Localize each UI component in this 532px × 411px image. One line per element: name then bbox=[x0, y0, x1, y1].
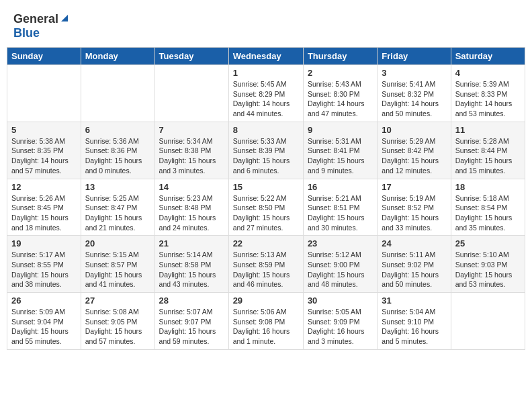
day-header-friday: Friday bbox=[378, 48, 451, 65]
header: General Blue bbox=[7, 7, 525, 44]
calendar-cell: 21Sunrise: 5:14 AM Sunset: 8:58 PM Dayli… bbox=[154, 236, 228, 293]
calendar-cell: 20Sunrise: 5:15 AM Sunset: 8:57 PM Dayli… bbox=[81, 236, 154, 293]
calendar-cell: 12Sunrise: 5:26 AM Sunset: 8:45 PM Dayli… bbox=[7, 179, 81, 236]
day-number: 22 bbox=[233, 238, 299, 248]
day-info: Sunrise: 5:08 AM Sunset: 9:05 PM Dayligh… bbox=[85, 307, 150, 347]
day-info: Sunrise: 5:21 AM Sunset: 8:51 PM Dayligh… bbox=[308, 193, 373, 233]
day-number: 11 bbox=[455, 125, 521, 135]
day-info: Sunrise: 5:13 AM Sunset: 8:59 PM Dayligh… bbox=[233, 250, 299, 289]
calendar-cell: 8Sunrise: 5:33 AM Sunset: 8:39 PM Daylig… bbox=[228, 122, 303, 179]
calendar-cell: 2Sunrise: 5:43 AM Sunset: 8:30 PM Daylig… bbox=[303, 65, 377, 122]
calendar-cell: 24Sunrise: 5:11 AM Sunset: 9:02 PM Dayli… bbox=[378, 236, 451, 293]
day-info: Sunrise: 5:14 AM Sunset: 8:58 PM Dayligh… bbox=[159, 250, 224, 289]
calendar-cell: 26Sunrise: 5:09 AM Sunset: 9:04 PM Dayli… bbox=[7, 293, 81, 350]
day-info: Sunrise: 5:19 AM Sunset: 8:52 PM Dayligh… bbox=[382, 193, 446, 233]
calendar-cell: 6Sunrise: 5:36 AM Sunset: 8:36 PM Daylig… bbox=[81, 122, 154, 179]
day-info: Sunrise: 5:34 AM Sunset: 8:38 PM Dayligh… bbox=[159, 136, 224, 176]
day-info: Sunrise: 5:23 AM Sunset: 8:48 PM Dayligh… bbox=[159, 193, 224, 233]
day-info: Sunrise: 5:25 AM Sunset: 8:47 PM Dayligh… bbox=[85, 193, 150, 233]
logo-blue: Blue bbox=[13, 26, 40, 40]
day-header-wednesday: Wednesday bbox=[228, 48, 303, 65]
day-info: Sunrise: 5:36 AM Sunset: 8:36 PM Dayligh… bbox=[85, 136, 150, 176]
day-number: 12 bbox=[11, 182, 77, 192]
day-number: 2 bbox=[308, 68, 373, 78]
day-number: 8 bbox=[233, 125, 299, 135]
calendar-cell: 13Sunrise: 5:25 AM Sunset: 8:47 PM Dayli… bbox=[81, 179, 154, 236]
calendar-cell: 10Sunrise: 5:29 AM Sunset: 8:42 PM Dayli… bbox=[378, 122, 451, 179]
calendar-week-5: 26Sunrise: 5:09 AM Sunset: 9:04 PM Dayli… bbox=[7, 293, 525, 350]
day-number: 9 bbox=[308, 125, 373, 135]
day-info: Sunrise: 5:29 AM Sunset: 8:42 PM Dayligh… bbox=[382, 136, 446, 176]
day-info: Sunrise: 5:41 AM Sunset: 8:32 PM Dayligh… bbox=[382, 79, 446, 119]
day-number: 3 bbox=[382, 68, 446, 78]
calendar-cell: 3Sunrise: 5:41 AM Sunset: 8:32 PM Daylig… bbox=[378, 65, 451, 122]
day-number: 30 bbox=[308, 295, 373, 306]
day-number: 31 bbox=[382, 295, 446, 306]
calendar-table: SundayMondayTuesdayWednesdayThursdayFrid… bbox=[7, 47, 525, 350]
day-info: Sunrise: 5:15 AM Sunset: 8:57 PM Dayligh… bbox=[85, 250, 150, 289]
calendar-week-2: 5Sunrise: 5:38 AM Sunset: 8:35 PM Daylig… bbox=[7, 122, 525, 179]
calendar-week-4: 19Sunrise: 5:17 AM Sunset: 8:55 PM Dayli… bbox=[7, 236, 525, 293]
calendar-cell: 1Sunrise: 5:45 AM Sunset: 8:29 PM Daylig… bbox=[228, 65, 303, 122]
day-header-sunday: Sunday bbox=[7, 48, 81, 65]
day-info: Sunrise: 5:38 AM Sunset: 8:35 PM Dayligh… bbox=[11, 136, 77, 176]
day-number: 7 bbox=[159, 125, 224, 135]
calendar-cell bbox=[7, 65, 81, 122]
day-info: Sunrise: 5:33 AM Sunset: 8:39 PM Dayligh… bbox=[233, 136, 299, 176]
day-number: 27 bbox=[85, 295, 150, 306]
calendar-cell: 30Sunrise: 5:05 AM Sunset: 9:09 PM Dayli… bbox=[303, 293, 377, 350]
logo: General Blue bbox=[13, 12, 69, 40]
day-info: Sunrise: 5:31 AM Sunset: 8:41 PM Dayligh… bbox=[308, 136, 373, 176]
day-header-saturday: Saturday bbox=[451, 48, 525, 65]
calendar-cell: 23Sunrise: 5:12 AM Sunset: 9:00 PM Dayli… bbox=[303, 236, 377, 293]
day-number: 20 bbox=[85, 238, 150, 248]
logo-triangle-icon bbox=[60, 13, 69, 26]
calendar-cell: 31Sunrise: 5:04 AM Sunset: 9:10 PM Dayli… bbox=[378, 293, 451, 350]
day-info: Sunrise: 5:09 AM Sunset: 9:04 PM Dayligh… bbox=[11, 307, 77, 347]
calendar-week-3: 12Sunrise: 5:26 AM Sunset: 8:45 PM Dayli… bbox=[7, 179, 525, 236]
day-info: Sunrise: 5:12 AM Sunset: 9:00 PM Dayligh… bbox=[308, 250, 373, 289]
day-number: 6 bbox=[85, 125, 150, 135]
day-number: 29 bbox=[233, 295, 299, 306]
day-number: 26 bbox=[11, 295, 77, 306]
calendar-cell bbox=[81, 65, 154, 122]
calendar-cell: 14Sunrise: 5:23 AM Sunset: 8:48 PM Dayli… bbox=[154, 179, 228, 236]
day-number: 14 bbox=[159, 182, 224, 192]
calendar-cell: 9Sunrise: 5:31 AM Sunset: 8:41 PM Daylig… bbox=[303, 122, 377, 179]
calendar-cell: 22Sunrise: 5:13 AM Sunset: 8:59 PM Dayli… bbox=[228, 236, 303, 293]
day-info: Sunrise: 5:39 AM Sunset: 8:33 PM Dayligh… bbox=[455, 79, 521, 119]
day-number: 21 bbox=[159, 238, 224, 248]
day-info: Sunrise: 5:06 AM Sunset: 9:08 PM Dayligh… bbox=[233, 307, 299, 347]
calendar-week-1: 1Sunrise: 5:45 AM Sunset: 8:29 PM Daylig… bbox=[7, 65, 525, 122]
day-header-tuesday: Tuesday bbox=[154, 48, 228, 65]
day-header-monday: Monday bbox=[81, 48, 154, 65]
day-info: Sunrise: 5:05 AM Sunset: 9:09 PM Dayligh… bbox=[308, 307, 373, 347]
calendar-cell: 25Sunrise: 5:10 AM Sunset: 9:03 PM Dayli… bbox=[451, 236, 525, 293]
svg-marker-0 bbox=[61, 15, 68, 21]
calendar-cell: 11Sunrise: 5:28 AM Sunset: 8:44 PM Dayli… bbox=[451, 122, 525, 179]
calendar-cell: 29Sunrise: 5:06 AM Sunset: 9:08 PM Dayli… bbox=[228, 293, 303, 350]
day-number: 23 bbox=[308, 238, 373, 248]
day-number: 4 bbox=[455, 68, 521, 78]
day-number: 1 bbox=[233, 68, 299, 78]
logo-general: General bbox=[13, 12, 58, 26]
day-info: Sunrise: 5:22 AM Sunset: 8:50 PM Dayligh… bbox=[233, 193, 299, 233]
day-number: 25 bbox=[455, 238, 521, 248]
day-info: Sunrise: 5:11 AM Sunset: 9:02 PM Dayligh… bbox=[382, 250, 446, 289]
calendar-cell: 27Sunrise: 5:08 AM Sunset: 9:05 PM Dayli… bbox=[81, 293, 154, 350]
calendar-cell: 19Sunrise: 5:17 AM Sunset: 8:55 PM Dayli… bbox=[7, 236, 81, 293]
day-number: 17 bbox=[382, 182, 446, 192]
day-header-thursday: Thursday bbox=[303, 48, 377, 65]
day-info: Sunrise: 5:28 AM Sunset: 8:44 PM Dayligh… bbox=[455, 136, 521, 176]
day-number: 16 bbox=[308, 182, 373, 192]
day-info: Sunrise: 5:10 AM Sunset: 9:03 PM Dayligh… bbox=[455, 250, 521, 289]
calendar-cell: 7Sunrise: 5:34 AM Sunset: 8:38 PM Daylig… bbox=[154, 122, 228, 179]
day-info: Sunrise: 5:18 AM Sunset: 8:54 PM Dayligh… bbox=[455, 193, 521, 233]
day-number: 19 bbox=[11, 238, 77, 248]
day-number: 10 bbox=[382, 125, 446, 135]
calendar-cell: 15Sunrise: 5:22 AM Sunset: 8:50 PM Dayli… bbox=[228, 179, 303, 236]
day-number: 15 bbox=[233, 182, 299, 192]
day-info: Sunrise: 5:45 AM Sunset: 8:29 PM Dayligh… bbox=[233, 79, 299, 119]
day-number: 24 bbox=[382, 238, 446, 248]
day-info: Sunrise: 5:26 AM Sunset: 8:45 PM Dayligh… bbox=[11, 193, 77, 233]
